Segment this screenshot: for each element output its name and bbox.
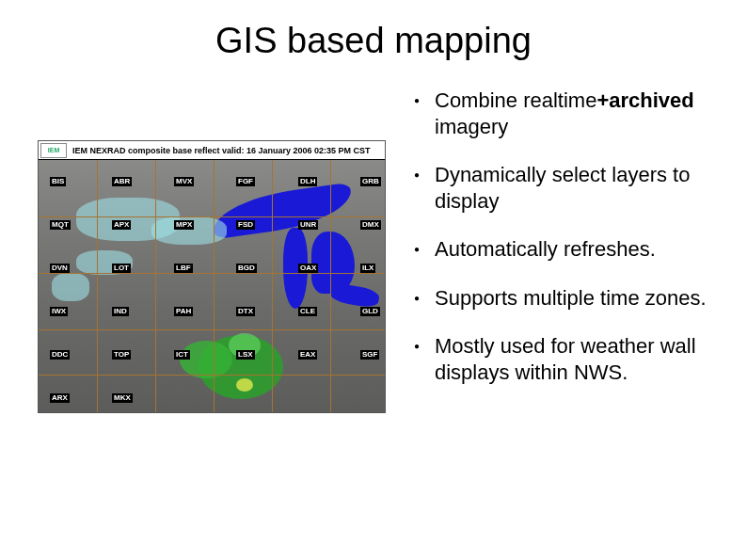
state-border-icon: [39, 273, 385, 274]
bullet-list: Combine realtime+archived imagery Dynami…: [408, 88, 709, 385]
station-label: MKX: [112, 393, 133, 403]
bullet-item: Dynamically select layers to display: [408, 162, 709, 214]
station-label: LOT: [112, 264, 131, 273]
state-border-icon: [155, 160, 156, 412]
station-label: DVN: [50, 264, 70, 273]
station-label: UNR: [298, 220, 318, 230]
station-label: TOP: [112, 350, 131, 360]
state-border-icon: [39, 329, 385, 330]
station-label: PAH: [174, 307, 193, 316]
state-border-icon: [214, 160, 215, 412]
station-label: FSD: [236, 220, 255, 230]
station-label: BGD: [236, 264, 257, 273]
state-border-icon: [39, 375, 385, 376]
iem-logo-icon: IEM: [40, 143, 67, 158]
bullet-item: Mostly used for weather wall displays wi…: [408, 333, 709, 385]
station-label: DMX: [360, 220, 381, 230]
station-label: GRB: [360, 177, 381, 186]
station-label: DTX: [236, 307, 255, 316]
state-border-icon: [330, 160, 331, 412]
map-figure: IEM IEM NEXRAD composite base reflect va…: [38, 140, 386, 413]
station-label: GLD: [360, 307, 380, 316]
slide-title: GIS based mapping: [38, 21, 709, 61]
station-label: ABR: [112, 177, 132, 186]
bullet-text-pre: Dynamically select layers to display: [435, 163, 690, 213]
bullet-text-pre: Automatically refreshes.: [435, 237, 656, 261]
station-label: ARX: [50, 393, 70, 403]
station-label: MQT: [50, 220, 71, 230]
station-label: CLE: [298, 307, 317, 316]
right-column: Combine realtime+archived imagery Dynami…: [408, 88, 709, 408]
bullet-text-pre: Combine realtime: [435, 88, 596, 112]
station-label: LBF: [174, 264, 193, 273]
bullet-item: Combine realtime+archived imagery: [408, 88, 709, 139]
station-label: MPX: [174, 220, 194, 230]
radar-heavy-icon: [180, 341, 232, 378]
station-label: FGF: [236, 177, 255, 186]
station-label: LSX: [236, 350, 255, 360]
station-label: OAX: [298, 264, 318, 273]
state-border-icon: [272, 160, 273, 412]
station-label: ILX: [360, 264, 375, 273]
station-label: APX: [112, 220, 131, 230]
left-column: IEM IEM NEXRAD composite base reflect va…: [38, 88, 386, 413]
radar-light-icon: [52, 273, 89, 301]
slide-content: IEM IEM NEXRAD composite base reflect va…: [38, 88, 709, 532]
bullet-text-bold: +archived: [596, 88, 693, 112]
radar-heavy-icon: [236, 378, 253, 392]
lake-erie-icon: [329, 282, 381, 310]
station-label: IWX: [50, 307, 68, 316]
station-label: BIS: [50, 177, 66, 186]
slide: GIS based mapping IEM IEM NEXRAD composi…: [0, 0, 747, 560]
state-border-icon: [39, 216, 385, 217]
station-label: EAX: [298, 350, 317, 360]
bullet-text-pre: Mostly used for weather wall displays wi…: [435, 334, 696, 384]
station-label: DDC: [50, 350, 70, 360]
state-border-icon: [97, 160, 98, 412]
map-caption-bar: IEM IEM NEXRAD composite base reflect va…: [39, 141, 385, 160]
bullet-item: Automatically refreshes.: [408, 236, 709, 263]
map-body: BISABRMVXFGFDLHGRBMQTAPXMPXFSDUNRDMXDVNL…: [39, 160, 385, 412]
bullet-item: Supports multiple time zones.: [408, 285, 709, 312]
map-caption-text: IEM NEXRAD composite base reflect valid:…: [72, 146, 371, 155]
station-label: SGF: [360, 350, 379, 360]
station-label: IND: [112, 307, 129, 316]
station-label: MVX: [174, 177, 194, 186]
station-label: ICT: [174, 350, 190, 360]
station-label: DLH: [298, 177, 317, 186]
bullet-text-post: imagery: [435, 115, 508, 138]
bullet-text-pre: Supports multiple time zones.: [435, 286, 707, 310]
